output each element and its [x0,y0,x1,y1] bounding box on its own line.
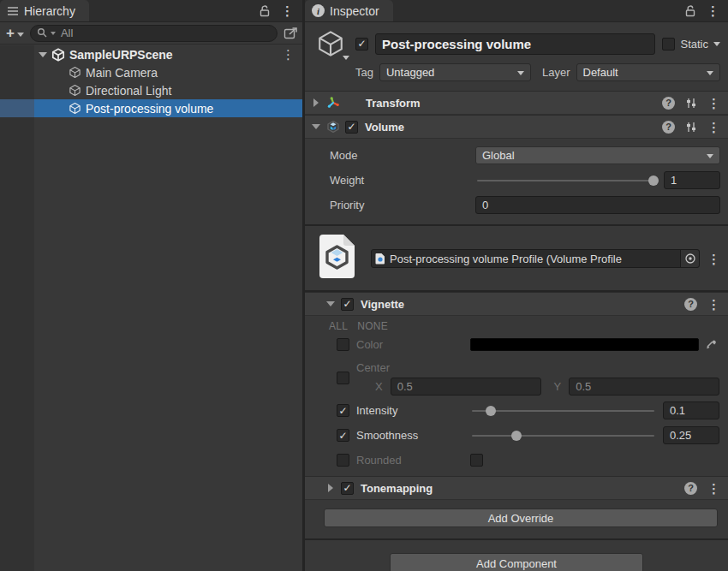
volume-body: Mode Global Weight 1 Priority 0 [305,139,728,224]
override-menu-icon[interactable]: ⋮ [707,298,720,311]
transform-header[interactable]: Transform ? ⋮ [305,91,728,115]
create-button[interactable]: + [6,25,24,42]
add-override-button[interactable]: Add Override [324,509,718,527]
slider-track [477,180,655,181]
center-y-input[interactable]: 0.5 [569,378,719,396]
tab-inspector[interactable]: i Inspector [305,0,393,21]
eyedropper-icon[interactable] [702,338,719,351]
smoothness-input[interactable]: 0.25 [663,426,719,444]
info-icon: i [312,4,325,17]
foldout-closed-icon[interactable] [313,98,319,107]
intensity-label: Intensity [356,404,470,417]
weight-label: Weight [330,174,475,187]
hierarchy-toolbar: + All [0,22,302,45]
none-button[interactable]: NONE [357,320,388,332]
scene-menu-icon[interactable]: ⋮ [282,48,302,61]
help-icon[interactable]: ? [662,97,675,110]
component-menu-icon[interactable]: ⋮ [707,97,720,110]
center-x-input[interactable]: 0.5 [391,378,541,396]
pick-window-icon[interactable] [283,27,298,40]
unlock-icon[interactable] [260,5,270,17]
help-icon[interactable]: ? [684,298,697,311]
tonemapping-header[interactable]: ✓ Tonemapping ? ⋮ [305,476,728,500]
tab-hierarchy-label: Hierarchy [24,4,75,18]
override-menu-icon[interactable]: ⋮ [707,482,720,495]
smoothness-slider[interactable] [470,426,656,444]
volume-profile-object-field[interactable]: Post-processing volume Profile (Volume P… [371,249,700,268]
unlock-icon[interactable] [685,5,695,17]
slider-thumb[interactable] [486,406,496,416]
object-picker-icon[interactable] [680,250,699,267]
unity-scene-icon [51,48,65,62]
priority-input[interactable]: 0 [475,196,720,214]
layer-dropdown[interactable]: Default [576,63,721,81]
intensity-override-checkbox[interactable]: ✓ [337,404,349,417]
inspector-tabbar: i Inspector ⋮ [305,0,728,22]
hierarchy-tree: SampleURPScene ⋮ Main Camera Directional… [0,45,302,571]
foldout-open-icon[interactable] [312,124,320,129]
volume-enabled-checkbox[interactable]: ✓ [345,121,358,134]
add-override-row: Add Override [305,500,728,538]
transform-title: Transform [366,97,421,110]
foldout-open-icon[interactable] [326,301,335,306]
gameobject-active-checkbox[interactable]: ✓ [355,38,368,51]
foldout-closed-icon[interactable] [328,484,333,492]
all-button[interactable]: ALL [329,320,348,332]
center-row: Center X 0.5 Y 0.5 [305,357,728,398]
tag-dropdown[interactable]: Untagged [379,63,531,81]
tree-row-post-processing-volume[interactable]: Post-processing volume [0,99,302,117]
tree-row-main-camera[interactable]: Main Camera [0,63,302,81]
mode-dropdown[interactable]: Global [475,146,720,164]
tab-hierarchy[interactable]: Hierarchy [0,0,89,21]
vignette-title: Vignette [361,298,404,311]
slider-thumb[interactable] [511,431,522,441]
tree-row-scene[interactable]: SampleURPScene ⋮ [0,45,302,63]
chevron-down-icon [17,33,24,37]
center-override-checkbox[interactable] [337,372,349,384]
add-component-button[interactable]: Add Component [390,553,643,571]
priority-row: Priority 0 [305,193,728,217]
priority-label: Priority [330,199,475,211]
smoothness-override-checkbox[interactable]: ✓ [337,429,349,442]
x-label: X [375,380,383,393]
profile-mini-icon [375,253,385,265]
rounded-value-checkbox[interactable] [470,454,483,467]
volume-header[interactable]: ✓ Volume ? ⋮ [305,115,728,139]
chevron-down-icon [707,154,713,158]
intensity-row: ✓ Intensity 0.1 [305,398,728,423]
weight-input[interactable]: 1 [664,171,720,189]
inspector-menu-icon[interactable]: ⋮ [707,4,719,17]
presets-icon[interactable] [685,98,697,109]
tonemapping-enabled-checkbox[interactable]: ✓ [341,482,354,495]
tree-item-label: Post-processing volume [86,102,213,116]
profile-menu-icon[interactable]: ⋮ [707,253,720,265]
slider-track [472,435,654,437]
presets-icon[interactable] [685,122,697,133]
hierarchy-menu-icon[interactable]: ⋮ [281,4,294,17]
help-icon[interactable]: ? [662,121,675,134]
help-icon[interactable]: ? [684,482,697,495]
color-row: Color [305,332,728,357]
color-override-checkbox[interactable] [337,338,349,351]
hierarchy-window-controls: ⋮ [260,0,302,21]
static-dropdown-icon[interactable] [713,42,720,46]
static-checkbox[interactable] [662,38,675,51]
foldout-open-icon[interactable] [39,52,47,57]
vignette-enabled-checkbox[interactable]: ✓ [341,298,354,311]
intensity-input[interactable]: 0.1 [663,401,719,419]
rounded-override-checkbox[interactable] [337,454,349,467]
gameobject-name-input[interactable]: Post-processing volume [375,33,655,55]
component-menu-icon[interactable]: ⋮ [707,121,720,134]
inspector-footer: Add Component [305,538,728,571]
color-swatch[interactable] [470,338,699,351]
weight-slider[interactable] [475,171,657,189]
chevron-down-icon [343,56,349,60]
intensity-slider[interactable] [470,401,656,419]
gameobject-icon-button[interactable] [313,29,349,58]
hierarchy-visibility-gutter[interactable] [0,45,34,571]
slider-thumb[interactable] [648,175,659,186]
tree-row-directional-light[interactable]: Directional Light [0,81,302,99]
vignette-header[interactable]: ✓ Vignette ? ⋮ [305,292,728,316]
hierarchy-search-input[interactable]: All [30,25,277,42]
gameobject-cube-icon [69,102,81,115]
